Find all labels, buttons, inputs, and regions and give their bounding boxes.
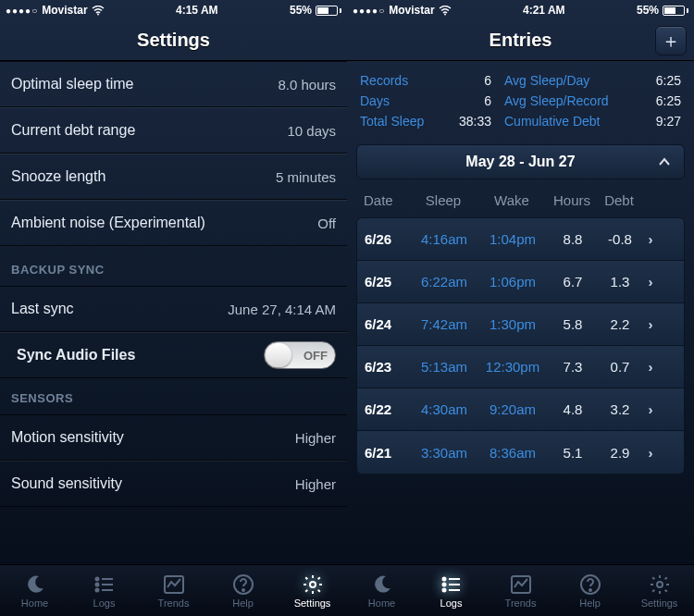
date-range-selector[interactable]: May 28 - Jun 27 — [356, 144, 685, 179]
tab-trends[interactable]: Trends — [139, 565, 208, 616]
tab-bar: Home Logs Trends Help Settings — [0, 564, 347, 616]
entries-content: Records 6 Avg Sleep/Day 6:25 Days 6 Avg … — [347, 61, 694, 564]
wifi-icon — [92, 6, 105, 16]
row-label: Sync Audio Files — [11, 347, 135, 363]
settings-phone: ●●●●○ Movistar 4:15 AM 55% Settings Opti… — [0, 0, 347, 616]
cell-date: 6/21 — [365, 445, 411, 461]
row-snooze[interactable]: Snooze length 5 minutes — [0, 154, 347, 200]
stat-total-value: 38:33 — [449, 114, 491, 129]
sync-audio-toggle[interactable]: OFF — [264, 341, 336, 369]
cell-hours: 5.1 — [548, 445, 598, 461]
toggle-state-label: OFF — [304, 349, 328, 363]
plus-icon: ＋ — [662, 29, 680, 54]
cell-hours: 6.7 — [548, 274, 598, 290]
chevron-right-icon: › — [642, 401, 659, 417]
moon-icon — [371, 573, 393, 596]
svg-point-1 — [95, 577, 98, 580]
row-label: Motion sensitivity — [11, 429, 124, 446]
svg-point-9 — [242, 589, 244, 591]
row-sound-sensitivity[interactable]: Sound sensitivity Higher — [0, 461, 347, 507]
table-row[interactable]: 6/213:30am8:36am5.12.9› — [357, 431, 684, 474]
signal-dots-icon: ●●●●○ — [6, 6, 38, 16]
cell-hours: 4.8 — [548, 401, 598, 417]
row-motion-sensitivity[interactable]: Motion sensitivity Higher — [0, 414, 347, 461]
tab-home[interactable]: Home — [0, 565, 69, 616]
tab-label: Trends — [505, 598, 537, 609]
row-debt-range[interactable]: Current debt range 10 days — [0, 107, 347, 154]
cell-hours: 5.8 — [548, 316, 598, 332]
table-row[interactable]: 6/235:13am12:30pm7.30.7› — [357, 346, 684, 388]
svg-point-11 — [444, 13, 446, 15]
table-row[interactable]: 6/256:22am1:06pm6.71.3› — [357, 261, 684, 303]
tab-help[interactable]: Help — [208, 565, 278, 616]
table-row[interactable]: 6/247:42am1:30pm5.82.2› — [357, 303, 684, 346]
cell-wake: 8:36am — [477, 445, 548, 461]
tab-label: Help — [232, 598, 254, 609]
trends-icon — [163, 573, 185, 596]
tab-trends[interactable]: Trends — [486, 565, 555, 616]
row-label: Ambient noise (Experimental) — [11, 215, 205, 231]
row-label: Current debt range — [11, 122, 135, 139]
tab-settings[interactable]: Settings — [625, 565, 694, 616]
stat-records-label: Records — [360, 73, 449, 88]
entries-table: Date Sleep Wake Hours Debt 6/264:16am1:0… — [356, 187, 685, 474]
stat-days-value: 6 — [449, 93, 491, 108]
cell-wake: 1:04pm — [477, 231, 548, 247]
tab-help[interactable]: Help — [555, 565, 625, 616]
gear-icon — [649, 573, 671, 596]
row-ambient-noise[interactable]: Ambient noise (Experimental) Off — [0, 200, 347, 246]
moon-icon — [24, 573, 46, 596]
row-label: Last sync — [11, 301, 74, 317]
stat-cum-value: 9:27 — [637, 114, 681, 129]
row-value: 5 minutes — [276, 169, 336, 185]
tab-home[interactable]: Home — [347, 565, 416, 616]
row-label: Snooze length — [11, 168, 105, 185]
tab-logs[interactable]: Logs — [69, 565, 139, 616]
tab-label: Home — [21, 598, 48, 609]
cell-sleep: 4:16am — [411, 231, 477, 247]
stat-avgrec-label: Avg Sleep/Record — [491, 93, 637, 108]
tab-logs[interactable]: Logs — [416, 565, 486, 616]
col-hours: Hours — [547, 192, 597, 208]
cell-sleep: 6:22am — [411, 274, 477, 290]
carrier-label: Movistar — [42, 4, 87, 17]
cell-debt: 3.2 — [598, 401, 642, 417]
chevron-right-icon: › — [642, 316, 659, 332]
tab-label: Help — [579, 598, 601, 609]
battery-icon — [663, 6, 688, 16]
add-entry-button[interactable]: ＋ — [655, 26, 687, 55]
cell-hours: 8.8 — [548, 231, 598, 247]
entries-phone: ●●●●○ Movistar 4:21 AM 55% Entries ＋ Rec… — [347, 0, 694, 616]
cell-debt: 2.9 — [598, 445, 642, 461]
cell-debt: 2.2 — [598, 316, 642, 332]
cell-debt: 0.7 — [598, 359, 642, 375]
col-date: Date — [364, 192, 410, 208]
gear-icon — [302, 573, 324, 596]
svg-point-14 — [442, 588, 445, 591]
cell-debt: 1.3 — [598, 274, 642, 290]
section-sensors: SENSORS — [0, 378, 347, 414]
date-range-label: May 28 - Jun 27 — [465, 154, 575, 170]
status-bar: ●●●●○ Movistar 4:15 AM 55% — [0, 0, 347, 20]
battery-pct-label: 55% — [290, 4, 312, 17]
cell-debt: -0.8 — [598, 231, 642, 247]
settings-navbar: Settings — [0, 20, 347, 61]
row-optimal-sleep[interactable]: Optimal sleep time 8.0 hours — [0, 61, 347, 107]
table-header: Date Sleep Wake Hours Debt — [356, 187, 685, 217]
stat-avgday-value: 6:25 — [637, 73, 681, 88]
status-bar: ●●●●○ Movistar 4:21 AM 55% — [347, 0, 694, 20]
row-value: 10 days — [287, 123, 336, 139]
table-row[interactable]: 6/224:30am9:20am4.83.2› — [357, 388, 684, 431]
svg-point-2 — [95, 583, 98, 585]
section-backup-sync: BACKUP SYNC — [0, 250, 347, 286]
row-value: June 27, 4:14 AM — [228, 302, 336, 317]
battery-pct-label: 55% — [637, 4, 659, 17]
cell-wake: 9:20am — [477, 401, 548, 417]
signal-dots-icon: ●●●●○ — [353, 6, 385, 16]
entries-navbar: Entries ＋ — [347, 20, 694, 61]
row-last-sync[interactable]: Last sync June 27, 4:14 AM — [0, 286, 347, 332]
stat-avgrec-value: 6:25 — [637, 93, 681, 108]
tab-settings[interactable]: Settings — [278, 565, 347, 616]
table-row[interactable]: 6/264:16am1:04pm8.8-0.8› — [357, 218, 684, 261]
row-sync-audio: Sync Audio Files OFF — [0, 332, 347, 378]
